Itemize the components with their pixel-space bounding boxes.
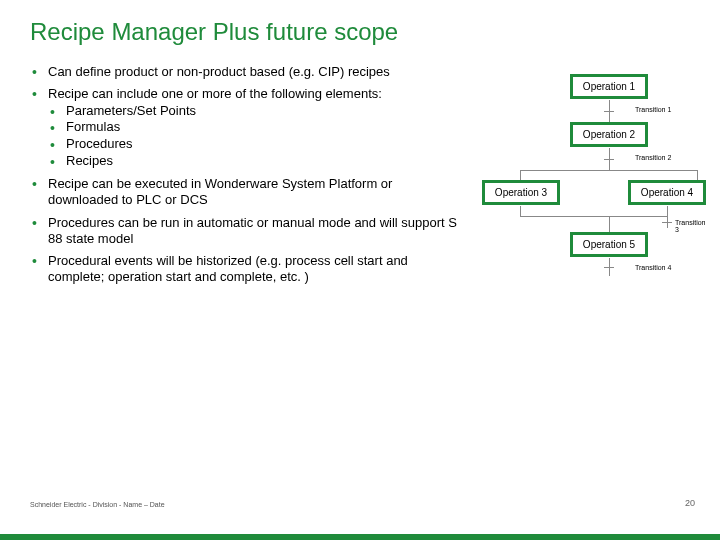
flowchart-diagram: Operation 1 Transition 1 Operation 2 Tra… [460,64,710,292]
operation-label: Operation 2 [572,124,646,145]
sub-bullet-item: Formulas [48,119,460,136]
footer-bar [0,534,720,540]
connector-line [520,170,521,180]
operation-label: Operation 1 [572,76,646,97]
connector-line [604,159,614,160]
transition-label: Transition 2 [635,154,671,161]
operation-box-3: Operation 3 [482,180,560,205]
connector-line [604,267,614,268]
connector-line [604,111,614,112]
sub-bullet-item: Parameters/Set Points [48,103,460,120]
sub-bullet-item: Recipes [48,153,460,170]
connector-line [520,170,698,171]
bullet-item: Procedural events will be historized (e.… [30,253,460,286]
connector-line [662,222,672,223]
footer-text: Schneider Electric - Division - Name – D… [30,501,165,508]
bullet-item: Can define product or non-product based … [30,64,460,80]
operation-box-5: Operation 5 [570,232,648,257]
transition-label: Transition 3 [675,219,710,233]
transition-label: Transition 4 [635,264,671,271]
connector-line [697,170,698,180]
operation-box-4: Operation 4 [628,180,706,205]
bullet-text: Recipe can include one or more of the fo… [48,86,382,101]
content-area: Can define product or non-product based … [0,46,720,292]
operation-box-2: Operation 2 [570,122,648,147]
bullet-item: Procedures can be run in automatic or ma… [30,215,460,248]
page-title: Recipe Manager Plus future scope [0,0,720,46]
bullet-item: Recipe can be executed in Wonderware Sys… [30,176,460,209]
sub-bullet-item: Procedures [48,136,460,153]
operation-label: Operation 3 [484,182,558,203]
connector-line [609,216,610,232]
operation-box-1: Operation 1 [570,74,648,99]
page-number: 20 [685,498,695,508]
connector-line [520,216,668,217]
operation-label: Operation 4 [630,182,704,203]
connector-line [520,206,521,216]
operation-label: Operation 5 [572,234,646,255]
connector-line [667,206,668,228]
transition-label: Transition 1 [635,106,671,113]
bullet-list: Can define product or non-product based … [30,64,460,292]
bullet-item: Recipe can include one or more of the fo… [30,86,460,170]
